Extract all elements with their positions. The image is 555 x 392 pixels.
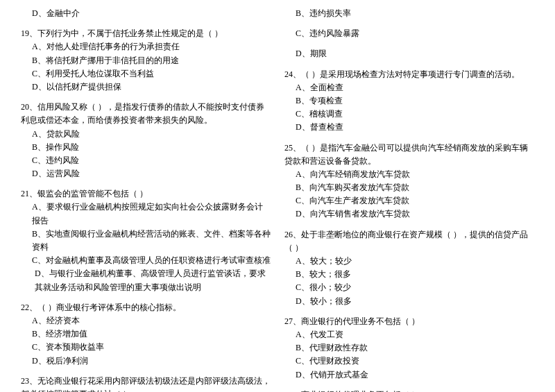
- q27-opt-b: B、代理财政性存款: [284, 341, 534, 355]
- q27-text: 27、商业银行的代理业务不包括（ ）: [284, 315, 534, 328]
- q27-opt-c: C、代理财政投资: [284, 355, 534, 368]
- q26-opt-d: D、较小；很多: [284, 295, 534, 308]
- q24-opt-d: D、督查检查: [284, 121, 534, 134]
- q25-opt-a: A、向汽车经销商发放汽车贷款: [284, 168, 534, 181]
- question-22: 22、（ ）商业银行考评体系中的核心指标。 A、经济资本 B、经济增加值 C、资…: [21, 301, 271, 368]
- q28-text: 28、商业银行的代理业务不包括（ ）: [284, 389, 534, 392]
- question-19: 19、下列行为中，不属于信托业务禁止性规定的是（ ） A、对他人处理信托事务的行…: [21, 27, 271, 94]
- question-20: 20、信用风险又称（ ），是指发行债券的借款人不能按时支付债券利息或偿还本金，而…: [21, 101, 271, 180]
- q22-opt-c: C、资本预期收益率: [21, 341, 271, 354]
- q19-opt-b: B、将信托财产挪用于非信托目的的用途: [21, 54, 271, 67]
- q22-opt-d: D、税后净利润: [21, 355, 271, 368]
- option-d-finance: D、金融中介: [21, 7, 271, 20]
- q24-opt-b: B、专项检查: [284, 94, 534, 108]
- q20-opt-a: A、贷款风险: [21, 128, 271, 141]
- question-25: 25、（ ）是指汽车金融公司可以提供向汽车经销商发放的采购车辆贷款和营运设备备贷…: [284, 142, 534, 221]
- q22-opt-a: A、经济资本: [21, 314, 271, 327]
- q22-opt-b: B、经济增加值: [21, 327, 271, 341]
- q21-opt-a: A、要求银行业金融机构按照规定如实向社会公众披露财务会计报告: [21, 201, 271, 227]
- opt-b-loss-text: B、违约损失率: [284, 7, 534, 20]
- q19-opt-d: D、以信托财产提供担保: [21, 80, 271, 94]
- q27-opt-d: D、代销开放式基金: [284, 368, 534, 382]
- question-26: 26、处于非垄断地位的商业银行在资产规模（ ），提供的信贷产品（ ） A、较大；…: [284, 228, 534, 308]
- question-24: 24、（ ）是采用现场检查方法对特定事项进行专门调查的活动。 A、全面检查 B、…: [284, 68, 534, 135]
- q24-opt-c: C、稽核调查: [284, 108, 534, 121]
- opt-c-exposure-text: C、违约风险暴露: [284, 27, 534, 40]
- q23-text: 23、无论商业银行花采用内部评级法初级法还是内部评级法高级法，都必须按照监管要求…: [21, 375, 271, 392]
- left-column: D、金融中介 19、下列行为中，不属于信托业务禁止性规定的是（ ） A、对他人处…: [21, 7, 271, 392]
- q21-text: 21、银监会的监管管能不包括（ ）: [21, 187, 271, 201]
- q24-opt-a: A、全面检查: [284, 81, 534, 94]
- q26-text: 26、处于非垄断地位的商业银行在资产规模（ ），提供的信贷产品（ ）: [284, 228, 534, 255]
- option-d-period: D、期限: [284, 47, 534, 60]
- q26-opt-c: C、很小；较少: [284, 281, 534, 294]
- q19-opt-c: C、利用受托人地位谋取不当利益: [21, 67, 271, 80]
- question-23: 23、无论商业银行花采用内部评级法初级法还是内部评级法高级法，都必须按照监管要求…: [21, 375, 271, 392]
- question-28: 28、商业银行的代理业务不包括（ ） A、代发工资 B、代理财政性存款: [284, 389, 534, 392]
- q21-opt-b: B、实地查阅银行业金融机构经营活动的账表、文件、档案等各种资料: [21, 228, 271, 254]
- q24-text: 24、（ ）是采用现场检查方法对特定事项进行专门调查的活动。: [284, 68, 534, 81]
- q25-opt-c: C、向汽车生产者发放汽车贷款: [284, 194, 534, 207]
- q25-text: 25、（ ）是指汽车金融公司可以提供向汽车经销商发放的采购车辆贷款和营运设备备贷…: [284, 142, 534, 168]
- q22-text: 22、（ ）商业银行考评体系中的核心指标。: [21, 301, 271, 314]
- q21-opt-d: D、与银行业金融机构董事、高级管理人员进行监管谈话，要求其就业务活动和风险管理的…: [21, 267, 271, 293]
- q26-opt-b: B、较大；很多: [284, 268, 534, 281]
- q26-opt-a: A、较大；较少: [284, 255, 534, 268]
- question-27: 27、商业银行的代理业务不包括（ ） A、代发工资 B、代理财政性存款 C、代理…: [284, 315, 534, 382]
- opt-d-period-text: D、期限: [284, 47, 534, 60]
- q19-text: 19、下列行为中，不属于信托业务禁止性规定的是（ ）: [21, 27, 271, 40]
- q27-opt-a: A、代发工资: [284, 328, 534, 341]
- option-text: D、金融中介: [21, 7, 271, 20]
- q25-opt-b: B、向汽车购买者发放汽车贷款: [284, 181, 534, 194]
- option-c-exposure: C、违约风险暴露: [284, 27, 534, 40]
- q19-opt-a: A、对他人处理信托事务的行为承担责任: [21, 40, 271, 53]
- question-21: 21、银监会的监管管能不包括（ ） A、要求银行业金融机构按照规定如实向社会公众…: [21, 187, 271, 294]
- q21-opt-c: C、对金融机构董事及高级管理人员的任职资格进行考试审查核准: [21, 254, 271, 267]
- q20-opt-d: D、运营风险: [21, 167, 271, 180]
- q25-opt-d: D、向汽车销售者发放汽车贷款: [284, 207, 534, 221]
- option-b-loss: B、违约损失率: [284, 7, 534, 20]
- right-column: B、违约损失率 C、违约风险暴露 D、期限 24、（ ）是采用现场检查方法对特定…: [284, 7, 534, 392]
- q20-text: 20、信用风险又称（ ），是指发行债券的借款人不能按时支付债券利息或偿还本金，而…: [21, 101, 271, 127]
- q20-opt-c: C、违约风险: [21, 154, 271, 167]
- q20-opt-b: B、操作风险: [21, 141, 271, 154]
